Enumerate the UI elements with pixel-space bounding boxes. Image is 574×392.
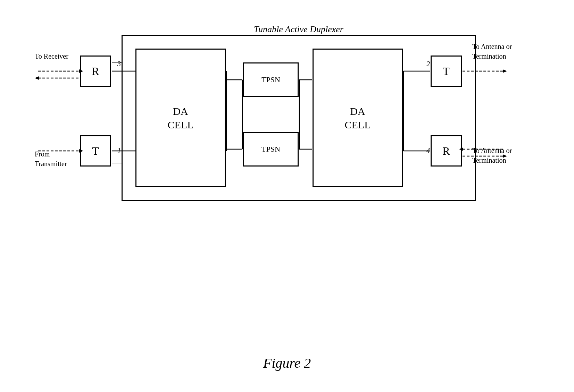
- port-2: 2: [426, 60, 430, 68]
- da-cell-left-label: DACELL: [168, 104, 194, 131]
- da-cell-left-box: DACELL: [135, 49, 226, 187]
- r-box-left: R: [80, 56, 111, 87]
- r-box-right: R: [431, 135, 462, 167]
- duplexer-title: Tunable Active Duplexer: [122, 24, 476, 35]
- port-4: 4: [426, 147, 430, 155]
- diagram: Tunable Active Duplexer DACELL DACELL TP…: [28, 21, 549, 215]
- da-cell-right-label: DACELL: [345, 104, 371, 131]
- label-to-antenna-top: To Antenna orTermination: [472, 42, 512, 61]
- label-from-transmitter: FromTransmitter: [35, 149, 67, 169]
- tpsn-bottom-box: TPSN: [243, 132, 299, 167]
- svg-marker-15: [503, 69, 507, 73]
- t-box-left: T: [80, 135, 111, 167]
- label-to-antenna-bottom: To Antenna orTermination: [472, 146, 512, 165]
- figure-caption: Figure 2: [263, 355, 311, 371]
- port-3: 3: [117, 60, 121, 68]
- port-1: 1: [117, 147, 121, 155]
- svg-marker-3: [35, 76, 39, 80]
- t-box-right: T: [431, 56, 462, 87]
- label-to-receiver: To Receiver: [35, 51, 68, 61]
- tpsn-top-box: TPSN: [243, 62, 299, 97]
- da-cell-right-box: DACELL: [313, 49, 403, 187]
